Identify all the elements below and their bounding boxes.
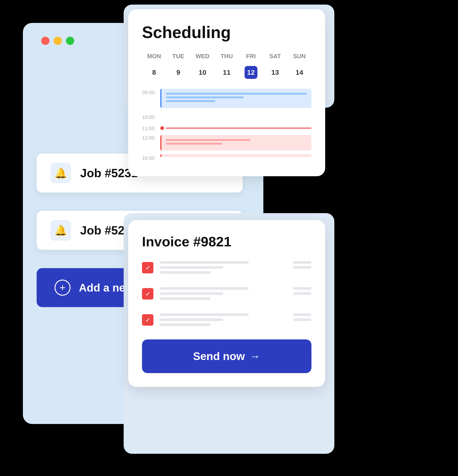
- inv-line-1-3: [160, 271, 211, 274]
- timeline-row-1100: 11:00: [142, 124, 311, 132]
- invoice-item-2: ✓: [142, 287, 311, 302]
- invoice-lines-1: [160, 261, 287, 276]
- inv-right-2: [293, 287, 311, 295]
- inv-right-box-2-2: [293, 292, 311, 295]
- cal-date-14[interactable]: 14: [287, 65, 311, 79]
- bell-icon-wrap-2: 🔔: [50, 220, 71, 241]
- inv-line-2-1: [160, 287, 249, 290]
- day-thu: THU: [215, 51, 239, 62]
- inv-right-3: [293, 313, 311, 321]
- invoice-lines-2: [160, 287, 287, 302]
- send-arrow-icon: →: [249, 350, 260, 363]
- time-label-0900: 09:00: [142, 89, 160, 96]
- timeline-row-0900: 09:00: [142, 89, 311, 109]
- blue-line-3: [166, 100, 215, 102]
- day-mon: MON: [142, 51, 166, 62]
- time-label-1000: 10:00: [142, 113, 160, 120]
- invoice-card: Invoice #9821 ✓ ✓ ✓: [128, 220, 325, 387]
- time-label-1100: 11:00: [142, 125, 160, 132]
- inv-line-3-2: [160, 318, 223, 321]
- browser-dots: [41, 37, 74, 45]
- minimize-dot[interactable]: [54, 37, 62, 45]
- red-horizontal-line: [166, 128, 311, 128]
- cal-date-10[interactable]: 10: [190, 65, 215, 79]
- send-now-label: Send now: [193, 350, 245, 363]
- cal-date-12[interactable]: 12: [245, 66, 257, 79]
- inv-right-box-1-2: [293, 266, 311, 269]
- inv-line-1-2: [160, 266, 223, 269]
- check-icon-1: ✓: [145, 264, 150, 272]
- check-icon-3: ✓: [145, 316, 150, 324]
- calendar-dates: 8 9 10 11 12 13 14: [142, 65, 311, 79]
- inv-right-1: [293, 261, 311, 269]
- red-line-block: [160, 124, 311, 132]
- timeline-row-1200: 12:00: [142, 134, 311, 151]
- blue-line-2: [166, 96, 243, 98]
- inv-right-box-1-1: [293, 261, 311, 264]
- check-icon-2: ✓: [145, 290, 150, 298]
- plus-circle-icon: +: [55, 280, 71, 296]
- bell-icon-2: 🔔: [55, 224, 67, 236]
- blue-event: [160, 89, 311, 109]
- red-line-row: [160, 126, 311, 130]
- time-label-1200: 12:00: [142, 134, 160, 141]
- send-now-button[interactable]: Send now →: [142, 340, 311, 373]
- pink-line-2: [166, 143, 222, 144]
- red-dot: [160, 126, 164, 130]
- timeline-row-1000: 10:00: [142, 113, 311, 120]
- inv-right-box-2-1: [293, 287, 311, 290]
- invoice-title: Invoice #9821: [142, 234, 311, 250]
- cal-date-8[interactable]: 8: [142, 65, 166, 79]
- day-sat: SAT: [263, 51, 287, 62]
- inv-right-box-3-2: [293, 318, 311, 321]
- pink-event: [160, 134, 311, 151]
- invoice-lines-3: [160, 313, 287, 328]
- cal-date-13[interactable]: 13: [263, 65, 287, 79]
- inv-line-3-3: [160, 323, 211, 326]
- timeline-row-1600: 16:00: [142, 154, 311, 161]
- checkbox-2[interactable]: ✓: [142, 288, 153, 299]
- inv-line-2-2: [160, 292, 223, 295]
- cal-date-11[interactable]: 11: [215, 65, 239, 79]
- pink-event-block: [160, 135, 311, 151]
- invoice-item-1: ✓: [142, 261, 311, 276]
- day-sun: SUN: [287, 51, 311, 62]
- checkbox-1[interactable]: ✓: [142, 262, 153, 273]
- blue-line-1: [166, 93, 307, 95]
- checkbox-3[interactable]: ✓: [142, 314, 153, 326]
- calendar-header: MON TUE WED THU FRI SAT SUN: [142, 51, 311, 62]
- time-label-1600: 16:00: [142, 154, 160, 161]
- inv-right-box-3-1: [293, 313, 311, 316]
- day-tue: TUE: [166, 51, 191, 62]
- timeline: 09:00 10:00 11:00: [142, 89, 311, 161]
- inv-line-1-1: [160, 261, 249, 264]
- blue-event-block: [160, 89, 311, 108]
- end-block: [160, 154, 311, 157]
- bell-icon-1: 🔔: [55, 167, 67, 179]
- day-fri: FRI: [239, 51, 263, 62]
- inv-line-2-3: [160, 297, 211, 300]
- invoice-item-3: ✓: [142, 313, 311, 328]
- end-line: [160, 154, 311, 157]
- pink-line-1: [166, 139, 250, 141]
- bell-icon-wrap-1: 🔔: [50, 163, 71, 183]
- day-wed: WED: [190, 51, 215, 62]
- maximize-dot[interactable]: [66, 37, 74, 45]
- inv-line-3-1: [160, 313, 249, 316]
- cal-date-9[interactable]: 9: [166, 65, 191, 79]
- scheduling-title: Scheduling: [142, 23, 311, 42]
- close-dot[interactable]: [41, 37, 50, 45]
- scheduling-card: Scheduling MON TUE WED THU FRI SAT SUN 8…: [128, 9, 325, 176]
